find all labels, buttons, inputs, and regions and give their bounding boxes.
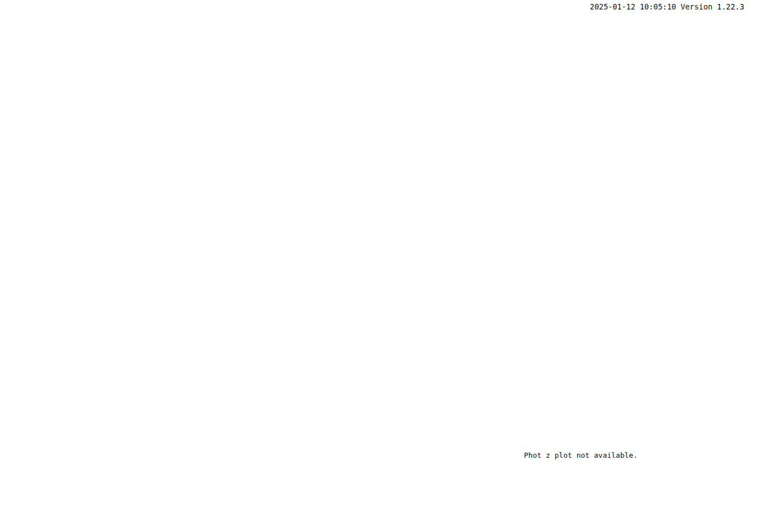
elixer-report-page: 2025-01-12 10:05:10 Version 1.22.3 Phot … <box>0 0 782 532</box>
photz-note: Phot z plot not available. <box>524 451 638 459</box>
header-datetime: 2025-01-12 10:05:10 Version 1.22.3 <box>590 2 744 11</box>
